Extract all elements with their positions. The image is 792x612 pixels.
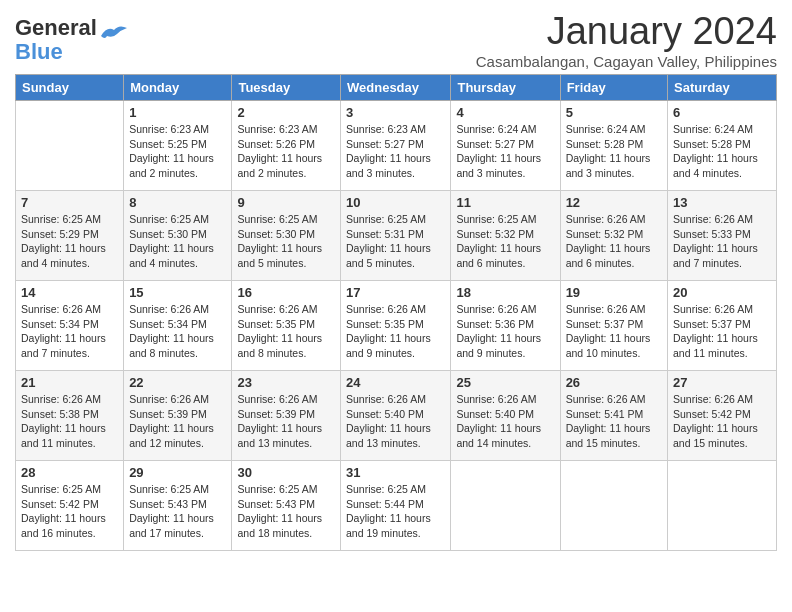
header-wednesday: Wednesday <box>341 75 451 101</box>
calendar-cell <box>451 461 560 551</box>
calendar-cell: 23Sunrise: 6:26 AM Sunset: 5:39 PM Dayli… <box>232 371 341 461</box>
calendar-cell: 13Sunrise: 6:26 AM Sunset: 5:33 PM Dayli… <box>668 191 777 281</box>
calendar-cell: 5Sunrise: 6:24 AM Sunset: 5:28 PM Daylig… <box>560 101 667 191</box>
calendar-cell: 4Sunrise: 6:24 AM Sunset: 5:27 PM Daylig… <box>451 101 560 191</box>
day-number: 22 <box>129 375 226 390</box>
day-info: Sunrise: 6:25 AM Sunset: 5:32 PM Dayligh… <box>456 212 554 271</box>
calendar-cell: 29Sunrise: 6:25 AM Sunset: 5:43 PM Dayli… <box>124 461 232 551</box>
logo-text: GeneralBlue <box>15 16 97 64</box>
calendar-cell: 22Sunrise: 6:26 AM Sunset: 5:39 PM Dayli… <box>124 371 232 461</box>
calendar-cell: 20Sunrise: 6:26 AM Sunset: 5:37 PM Dayli… <box>668 281 777 371</box>
day-info: Sunrise: 6:25 AM Sunset: 5:30 PM Dayligh… <box>129 212 226 271</box>
day-info: Sunrise: 6:26 AM Sunset: 5:39 PM Dayligh… <box>237 392 335 451</box>
day-number: 29 <box>129 465 226 480</box>
day-number: 26 <box>566 375 662 390</box>
day-info: Sunrise: 6:24 AM Sunset: 5:28 PM Dayligh… <box>566 122 662 181</box>
day-info: Sunrise: 6:26 AM Sunset: 5:35 PM Dayligh… <box>237 302 335 361</box>
day-info: Sunrise: 6:26 AM Sunset: 5:40 PM Dayligh… <box>346 392 445 451</box>
calendar-cell: 28Sunrise: 6:25 AM Sunset: 5:42 PM Dayli… <box>16 461 124 551</box>
day-info: Sunrise: 6:24 AM Sunset: 5:28 PM Dayligh… <box>673 122 771 181</box>
day-info: Sunrise: 6:25 AM Sunset: 5:43 PM Dayligh… <box>129 482 226 541</box>
day-number: 21 <box>21 375 118 390</box>
day-number: 15 <box>129 285 226 300</box>
day-info: Sunrise: 6:26 AM Sunset: 5:37 PM Dayligh… <box>673 302 771 361</box>
day-number: 24 <box>346 375 445 390</box>
calendar-cell: 2Sunrise: 6:23 AM Sunset: 5:26 PM Daylig… <box>232 101 341 191</box>
calendar-cell <box>16 101 124 191</box>
calendar-cell: 21Sunrise: 6:26 AM Sunset: 5:38 PM Dayli… <box>16 371 124 461</box>
calendar-table: SundayMondayTuesdayWednesdayThursdayFrid… <box>15 74 777 551</box>
day-info: Sunrise: 6:26 AM Sunset: 5:33 PM Dayligh… <box>673 212 771 271</box>
day-info: Sunrise: 6:24 AM Sunset: 5:27 PM Dayligh… <box>456 122 554 181</box>
header-sunday: Sunday <box>16 75 124 101</box>
calendar-week-4: 21Sunrise: 6:26 AM Sunset: 5:38 PM Dayli… <box>16 371 777 461</box>
calendar-week-3: 14Sunrise: 6:26 AM Sunset: 5:34 PM Dayli… <box>16 281 777 371</box>
day-info: Sunrise: 6:26 AM Sunset: 5:40 PM Dayligh… <box>456 392 554 451</box>
calendar-cell: 6Sunrise: 6:24 AM Sunset: 5:28 PM Daylig… <box>668 101 777 191</box>
day-number: 5 <box>566 105 662 120</box>
logo: GeneralBlue <box>15 16 129 64</box>
calendar-cell: 24Sunrise: 6:26 AM Sunset: 5:40 PM Dayli… <box>341 371 451 461</box>
day-info: Sunrise: 6:25 AM Sunset: 5:29 PM Dayligh… <box>21 212 118 271</box>
calendar-cell: 18Sunrise: 6:26 AM Sunset: 5:36 PM Dayli… <box>451 281 560 371</box>
month-title: January 2024 <box>476 10 777 53</box>
day-info: Sunrise: 6:25 AM Sunset: 5:42 PM Dayligh… <box>21 482 118 541</box>
calendar-cell: 25Sunrise: 6:26 AM Sunset: 5:40 PM Dayli… <box>451 371 560 461</box>
header-saturday: Saturday <box>668 75 777 101</box>
day-number: 17 <box>346 285 445 300</box>
calendar-cell: 9Sunrise: 6:25 AM Sunset: 5:30 PM Daylig… <box>232 191 341 281</box>
day-info: Sunrise: 6:26 AM Sunset: 5:39 PM Dayligh… <box>129 392 226 451</box>
day-number: 19 <box>566 285 662 300</box>
location-title: Casambalangan, Cagayan Valley, Philippin… <box>476 53 777 70</box>
calendar-cell: 17Sunrise: 6:26 AM Sunset: 5:35 PM Dayli… <box>341 281 451 371</box>
day-number: 14 <box>21 285 118 300</box>
calendar-week-1: 1Sunrise: 6:23 AM Sunset: 5:25 PM Daylig… <box>16 101 777 191</box>
calendar-cell: 15Sunrise: 6:26 AM Sunset: 5:34 PM Dayli… <box>124 281 232 371</box>
day-number: 16 <box>237 285 335 300</box>
calendar-week-2: 7Sunrise: 6:25 AM Sunset: 5:29 PM Daylig… <box>16 191 777 281</box>
day-info: Sunrise: 6:23 AM Sunset: 5:26 PM Dayligh… <box>237 122 335 181</box>
day-number: 3 <box>346 105 445 120</box>
day-number: 1 <box>129 105 226 120</box>
day-info: Sunrise: 6:26 AM Sunset: 5:41 PM Dayligh… <box>566 392 662 451</box>
day-number: 12 <box>566 195 662 210</box>
day-info: Sunrise: 6:26 AM Sunset: 5:34 PM Dayligh… <box>21 302 118 361</box>
day-number: 27 <box>673 375 771 390</box>
day-number: 30 <box>237 465 335 480</box>
day-info: Sunrise: 6:25 AM Sunset: 5:44 PM Dayligh… <box>346 482 445 541</box>
day-info: Sunrise: 6:25 AM Sunset: 5:43 PM Dayligh… <box>237 482 335 541</box>
calendar-cell: 7Sunrise: 6:25 AM Sunset: 5:29 PM Daylig… <box>16 191 124 281</box>
calendar-cell: 11Sunrise: 6:25 AM Sunset: 5:32 PM Dayli… <box>451 191 560 281</box>
day-number: 13 <box>673 195 771 210</box>
calendar-cell: 14Sunrise: 6:26 AM Sunset: 5:34 PM Dayli… <box>16 281 124 371</box>
day-number: 25 <box>456 375 554 390</box>
day-number: 4 <box>456 105 554 120</box>
calendar-cell <box>668 461 777 551</box>
header-monday: Monday <box>124 75 232 101</box>
day-info: Sunrise: 6:26 AM Sunset: 5:32 PM Dayligh… <box>566 212 662 271</box>
calendar-cell: 8Sunrise: 6:25 AM Sunset: 5:30 PM Daylig… <box>124 191 232 281</box>
day-number: 20 <box>673 285 771 300</box>
page-header: GeneralBlue January 2024 Casambalangan, … <box>15 10 777 70</box>
header-friday: Friday <box>560 75 667 101</box>
day-number: 18 <box>456 285 554 300</box>
day-number: 28 <box>21 465 118 480</box>
day-info: Sunrise: 6:26 AM Sunset: 5:37 PM Dayligh… <box>566 302 662 361</box>
day-number: 23 <box>237 375 335 390</box>
header-tuesday: Tuesday <box>232 75 341 101</box>
calendar-cell: 1Sunrise: 6:23 AM Sunset: 5:25 PM Daylig… <box>124 101 232 191</box>
day-info: Sunrise: 6:23 AM Sunset: 5:25 PM Dayligh… <box>129 122 226 181</box>
day-number: 10 <box>346 195 445 210</box>
calendar-header-row: SundayMondayTuesdayWednesdayThursdayFrid… <box>16 75 777 101</box>
calendar-cell: 30Sunrise: 6:25 AM Sunset: 5:43 PM Dayli… <box>232 461 341 551</box>
day-number: 31 <box>346 465 445 480</box>
calendar-cell: 31Sunrise: 6:25 AM Sunset: 5:44 PM Dayli… <box>341 461 451 551</box>
day-info: Sunrise: 6:23 AM Sunset: 5:27 PM Dayligh… <box>346 122 445 181</box>
calendar-cell: 27Sunrise: 6:26 AM Sunset: 5:42 PM Dayli… <box>668 371 777 461</box>
day-info: Sunrise: 6:26 AM Sunset: 5:35 PM Dayligh… <box>346 302 445 361</box>
title-block: January 2024 Casambalangan, Cagayan Vall… <box>476 10 777 70</box>
logo-bird-icon <box>99 22 129 48</box>
calendar-cell: 26Sunrise: 6:26 AM Sunset: 5:41 PM Dayli… <box>560 371 667 461</box>
calendar-cell: 12Sunrise: 6:26 AM Sunset: 5:32 PM Dayli… <box>560 191 667 281</box>
header-thursday: Thursday <box>451 75 560 101</box>
